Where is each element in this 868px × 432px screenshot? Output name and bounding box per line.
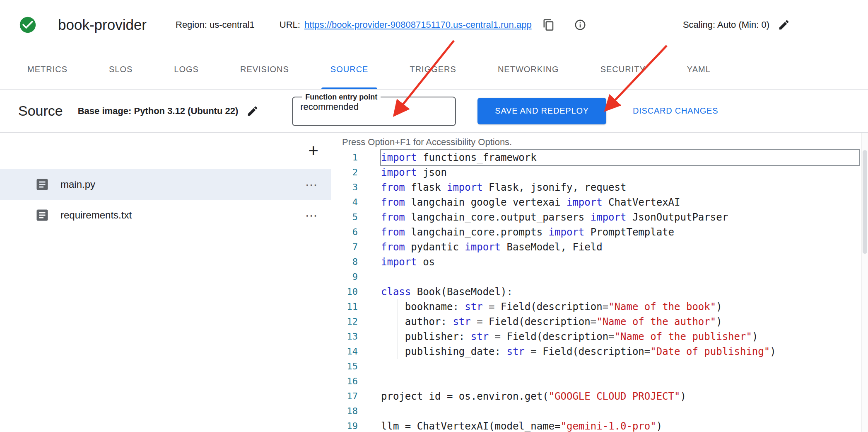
tab-source[interactable]: SOURCE (310, 50, 389, 89)
code-text: from langchain_google_vertexai import Ch… (381, 195, 859, 210)
line-number: 5 (331, 210, 358, 225)
copy-url-button[interactable] (542, 19, 555, 31)
file-icon (35, 177, 50, 192)
file-name: main.py (60, 179, 95, 190)
tab-slos[interactable]: SLOS (88, 50, 153, 89)
code-line-13[interactable]: 13 publisher: str = Field(description="N… (331, 329, 868, 344)
line-number: 9 (331, 269, 358, 284)
entry-point-input[interactable] (299, 102, 443, 117)
tab-bar: METRICSSLOSLOGSREVISIONSSOURCETRIGGERSNE… (0, 50, 868, 90)
line-number: 11 (331, 299, 358, 314)
code-line-18[interactable]: 18 (331, 404, 868, 419)
code-lines: 1import functions_framework2import json3… (331, 150, 868, 432)
line-number: 17 (331, 389, 358, 404)
code-line-19[interactable]: 19llm = ChatVertexAI(model_name="gemini-… (331, 419, 868, 432)
file-item-main.py[interactable]: main.py⋯ (0, 169, 331, 200)
tab-revisions[interactable]: REVISIONS (219, 50, 310, 89)
code-line-11[interactable]: 11 bookname: str = Field(description="Na… (331, 299, 868, 314)
code-text: from pydantic import BaseModel, Field (381, 240, 859, 255)
line-number: 19 (331, 419, 358, 432)
line-number: 4 (331, 195, 358, 210)
edit-scaling-button[interactable] (778, 19, 790, 31)
accessibility-hint: Press Option+F1 for Accessibility Option… (331, 133, 868, 148)
section-title: Source (18, 103, 63, 119)
file-panel: + main.py⋯requirements.txt⋯ (0, 133, 331, 432)
code-text: publishing_date: str = Field(description… (381, 344, 859, 359)
code-text: import os (381, 255, 859, 269)
code-line-6[interactable]: 6from langchain_core.prompts import Prom… (331, 225, 868, 240)
code-text: from langchain_core.output_parsers impor… (381, 210, 859, 225)
code-text: from langchain_core.prompts import Promp… (381, 225, 859, 240)
edit-base-image-button[interactable] (246, 105, 259, 117)
code-line-15[interactable]: 15 (331, 359, 868, 374)
code-line-1[interactable]: 1import functions_framework (331, 150, 868, 165)
tab-security[interactable]: SECURITY (580, 50, 666, 89)
tab-logs[interactable]: LOGS (153, 50, 219, 89)
entry-point-label: Function entry point (302, 93, 381, 102)
function-entry-point-field: Function entry point (292, 93, 456, 126)
code-text: import json (381, 165, 859, 180)
code-line-8[interactable]: 8import os (331, 255, 868, 269)
code-text: bookname: str = Field(description="Name … (381, 299, 859, 314)
line-number: 10 (331, 284, 358, 299)
file-overflow-icon[interactable]: ⋯ (305, 177, 318, 192)
file-panel-toolbar: + (0, 133, 331, 169)
editor-scrollbar-thumb[interactable] (863, 150, 867, 254)
tab-triggers[interactable]: TRIGGERS (389, 50, 477, 89)
line-number: 1 (331, 150, 358, 165)
code-text: class Book(BaseModel): (381, 284, 859, 299)
code-line-14[interactable]: 14 publishing_date: str = Field(descript… (331, 344, 868, 359)
service-header: book-provider Region: us-central1 URL: h… (0, 0, 868, 50)
discard-changes-button[interactable]: DISCARD CHANGES (633, 106, 718, 116)
code-text (381, 374, 859, 389)
file-icon (35, 208, 50, 223)
line-number: 7 (331, 240, 358, 255)
code-line-3[interactable]: 3from flask import Flask, jsonify, reque… (331, 180, 868, 195)
file-item-requirements.txt[interactable]: requirements.txt⋯ (0, 200, 331, 231)
code-text (381, 404, 859, 419)
source-main: + main.py⋯requirements.txt⋯ Press Option… (0, 133, 868, 432)
line-number: 18 (331, 404, 358, 419)
tab-networking[interactable]: NETWORKING (477, 50, 580, 89)
line-number: 14 (331, 344, 358, 359)
code-line-2[interactable]: 2import json (331, 165, 868, 180)
code-line-12[interactable]: 12 author: str = Field(description="Name… (331, 314, 868, 329)
add-file-button[interactable]: + (308, 142, 318, 160)
tab-metrics[interactable]: METRICS (7, 50, 88, 89)
code-line-4[interactable]: 4from langchain_google_vertexai import C… (331, 195, 868, 210)
file-overflow-icon[interactable]: ⋯ (305, 208, 318, 223)
file-list: main.py⋯requirements.txt⋯ (0, 169, 331, 231)
code-text (381, 269, 859, 284)
base-image-label: Base image: Python 3.12 (Ubuntu 22) (78, 106, 239, 116)
cloud-run-service-page: book-provider Region: us-central1 URL: h… (0, 0, 868, 432)
service-url-link[interactable]: https://book-provider-908087151170.us-ce… (304, 19, 532, 30)
code-line-17[interactable]: 17project_id = os.environ.get("GOOGLE_CL… (331, 389, 868, 404)
service-title: book-provider (58, 17, 147, 33)
scaling-group: Scaling: Auto (Min: 0) (683, 19, 790, 31)
line-number: 13 (331, 329, 358, 344)
code-editor[interactable]: Press Option+F1 for Accessibility Option… (331, 133, 868, 432)
code-line-5[interactable]: 5from langchain_core.output_parsers impo… (331, 210, 868, 225)
url-label: URL: (280, 19, 300, 30)
code-line-16[interactable]: 16 (331, 374, 868, 389)
line-number: 15 (331, 359, 358, 374)
code-text: from flask import Flask, jsonify, reques… (381, 180, 859, 195)
line-number: 12 (331, 314, 358, 329)
service-region: Region: us-central1 (176, 19, 255, 30)
code-line-9[interactable]: 9 (331, 269, 868, 284)
line-number: 16 (331, 374, 358, 389)
code-text (381, 359, 859, 374)
code-text: publisher: str = Field(description="Name… (381, 329, 859, 344)
line-number: 3 (331, 180, 358, 195)
tab-yaml[interactable]: YAML (666, 50, 731, 89)
code-line-10[interactable]: 10class Book(BaseModel): (331, 284, 868, 299)
source-toolbar: Source Base image: Python 3.12 (Ubuntu 2… (0, 90, 868, 133)
url-info-icon[interactable] (574, 19, 586, 31)
service-url-group: URL: https://book-provider-908087151170.… (280, 19, 586, 31)
editor-scrollbar[interactable] (861, 133, 868, 432)
save-and-redeploy-button[interactable]: SAVE AND REDEPLOY (477, 98, 606, 124)
code-text: import functions_framework (381, 150, 859, 165)
status-ok-icon (18, 15, 37, 34)
code-line-7[interactable]: 7from pydantic import BaseModel, Field (331, 240, 868, 255)
code-text: project_id = os.environ.get("GOOGLE_CLOU… (381, 389, 859, 404)
